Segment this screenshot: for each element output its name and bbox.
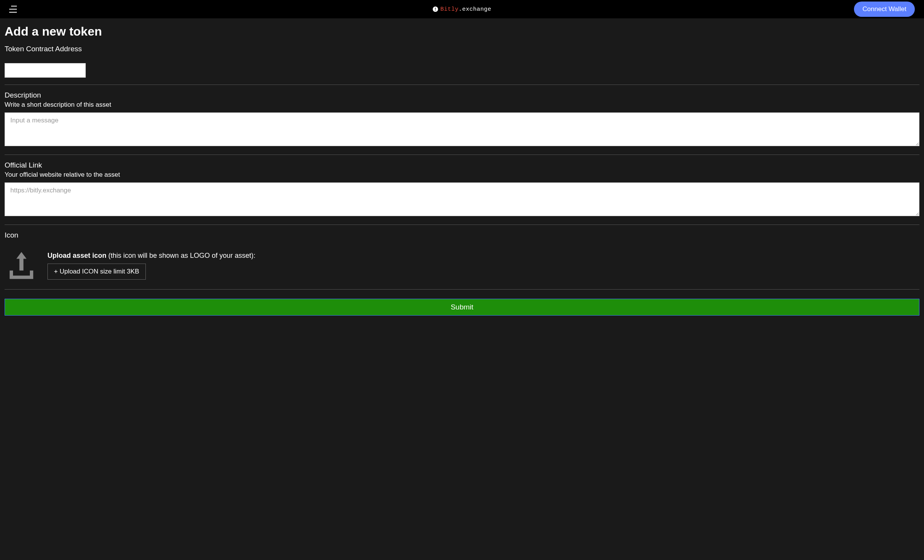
logo-text: Bitly.exchange — [440, 6, 491, 13]
contract-address-label: Token Contract Address — [5, 45, 919, 53]
divider — [5, 225, 919, 225]
icon-section: Icon Upload asset icon (this icon will b… — [5, 231, 919, 282]
official-link-sublabel: Your official website relative to the as… — [5, 171, 919, 179]
divider — [5, 289, 919, 290]
app-header: ! Bitly.exchange Connect Wallet — [0, 0, 924, 18]
upload-label-bold: Upload asset icon — [47, 252, 106, 259]
upload-text-group: Upload asset icon (this icon will be sho… — [47, 252, 255, 280]
icon-upload-row: Upload asset icon (this icon will be sho… — [5, 249, 919, 282]
submit-button[interactable]: Submit — [5, 299, 919, 316]
description-input[interactable] — [5, 112, 919, 146]
upload-label-rest: (this icon will be shown as LOGO of your… — [106, 252, 255, 259]
divider — [5, 85, 919, 85]
connect-wallet-button[interactable]: Connect Wallet — [854, 2, 915, 17]
logo-text-bitly: Bitly — [440, 6, 459, 13]
contract-address-input[interactable] — [5, 63, 86, 78]
description-section: Description Write a short description of… — [5, 91, 919, 148]
menu-icon[interactable] — [9, 6, 17, 13]
divider — [5, 155, 919, 155]
official-link-label: Official Link — [5, 161, 919, 169]
description-sublabel: Write a short description of this asset — [5, 101, 919, 109]
logo-badge-icon: ! — [433, 7, 438, 12]
upload-icon — [5, 249, 38, 282]
upload-label: Upload asset icon (this icon will be sho… — [47, 252, 255, 260]
contract-address-section: Token Contract Address — [5, 45, 919, 78]
page-content: Add a new token Token Contract Address D… — [0, 18, 924, 322]
official-link-section: Official Link Your official website rela… — [5, 161, 919, 218]
icon-label: Icon — [5, 231, 919, 239]
official-link-input[interactable] — [5, 182, 919, 216]
description-label: Description — [5, 91, 919, 99]
page-title: Add a new token — [5, 24, 919, 39]
app-logo: ! Bitly.exchange — [433, 6, 491, 13]
upload-icon-button[interactable]: + Upload ICON size limit 3KB — [47, 264, 146, 280]
logo-text-exchange: .exchange — [459, 6, 491, 13]
